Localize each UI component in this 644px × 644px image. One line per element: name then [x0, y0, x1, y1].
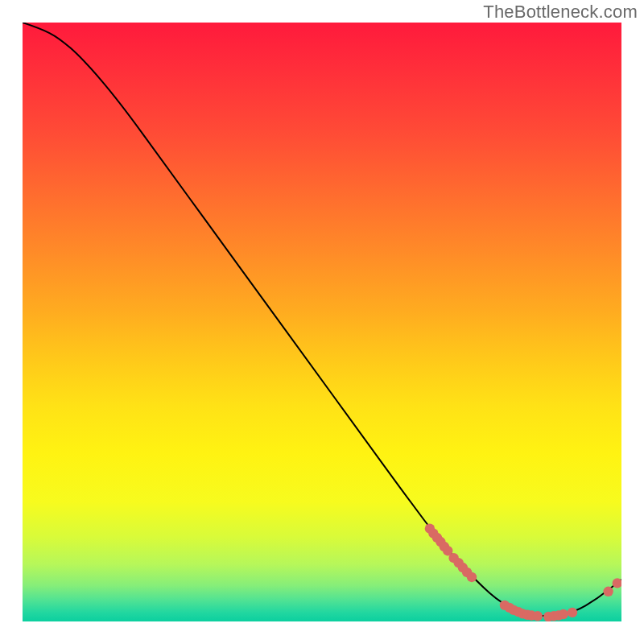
data-marker	[533, 611, 543, 621]
data-marker	[568, 608, 577, 617]
data-marker	[603, 587, 613, 597]
data-marker	[559, 609, 568, 619]
data-marker	[467, 572, 477, 582]
chart-svg	[23, 23, 621, 621]
gradient-background	[23, 23, 621, 621]
chart-stage: TheBottleneck.com	[0, 0, 644, 644]
plot-area	[23, 23, 621, 621]
watermark-label: TheBottleneck.com	[483, 2, 638, 23]
